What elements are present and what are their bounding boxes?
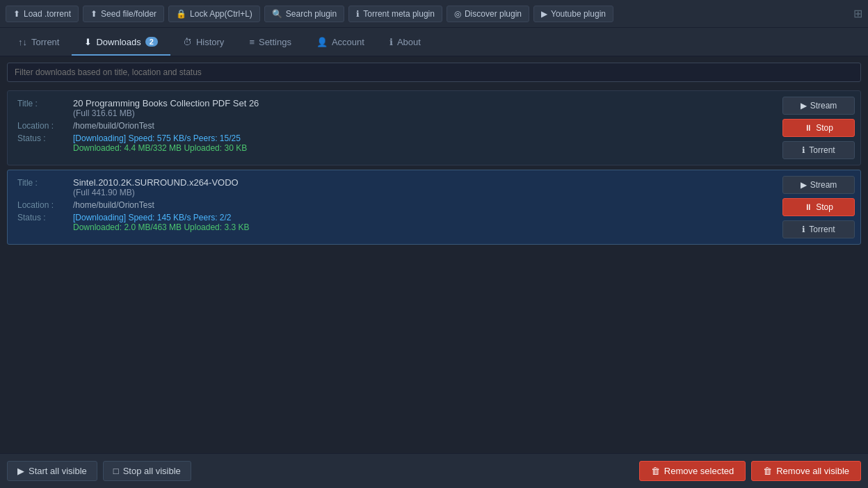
stream-icon-2: ▶ (801, 180, 807, 190)
downloads-tab-icon: ⬇ (84, 37, 92, 47)
upload-icon: ⬆ (13, 9, 20, 19)
history-tab-icon: ⏱ (183, 37, 192, 47)
stop-icon-2: ⏸ (804, 202, 812, 212)
youtube-icon: ▶ (541, 9, 547, 19)
remove-all-icon: 🗑 (763, 466, 772, 476)
stop-all-icon: □ (113, 466, 119, 476)
status-value-1: [Downloading] Speed: 575 KB/s Peers: 15/… (73, 133, 247, 153)
stop-icon-1: ⏸ (804, 123, 812, 133)
tab-downloads[interactable]: ⬇ Downloads 2 (72, 30, 170, 56)
tab-about[interactable]: ℹ About (377, 30, 433, 56)
torrent-icon-1: ℹ (802, 145, 805, 155)
toolbar: ⬆ Load .torrent ⬆ Seed file/folder 🔒 Loc… (0, 0, 868, 28)
title-row-1: Title : 20 Programming Books Collection … (17, 98, 767, 118)
remove-selected-button[interactable]: 🗑 Remove selected (639, 461, 746, 481)
torrent-button-2[interactable]: ℹ Torrent (782, 220, 855, 238)
youtube-plugin-button[interactable]: ▶ Youtube plugin (533, 6, 613, 22)
stream-button-1[interactable]: ▶ Stream (782, 97, 855, 115)
title-row-2: Title : Sintel.2010.2K.SURROUND.x264-VOD… (17, 177, 767, 197)
tab-account[interactable]: 👤 Account (304, 30, 377, 56)
download-info-2: Title : Sintel.2010.2K.SURROUND.x264-VOD… (8, 170, 777, 244)
status-row-2: Status : [Downloading] Speed: 145 KB/s P… (17, 213, 767, 232)
title-label-1: Title : (17, 99, 73, 108)
status-label-2: Status : (17, 213, 73, 222)
search-plugin-button[interactable]: 🔍 Search plugin (264, 6, 344, 22)
location-row-2: Location : /home/build/OrionTest (17, 200, 767, 210)
torrent-meta-button[interactable]: ℹ Torrent meta plugin (348, 6, 442, 22)
title-value-2: Sintel.2010.2K.SURROUND.x264-VODO (Full … (73, 177, 239, 197)
download-item-1: Title : 20 Programming Books Collection … (7, 90, 861, 165)
location-label-1: Location : (17, 121, 73, 131)
torrent-tab-icon: ↑↓ (18, 37, 27, 47)
start-all-visible-button[interactable]: ▶ Start all visible (7, 461, 97, 481)
filter-input[interactable] (7, 63, 861, 82)
start-all-icon: ▶ (17, 466, 24, 476)
lock-app-button[interactable]: 🔒 Lock App(Ctrl+L) (168, 6, 260, 22)
account-tab-icon: 👤 (316, 37, 328, 47)
bottom-bar: ▶ Start all visible □ Stop all visible 🗑… (0, 453, 868, 488)
status-label-1: Status : (17, 133, 73, 143)
stop-all-visible-button[interactable]: □ Stop all visible (103, 461, 191, 481)
seed-file-button[interactable]: ⬆ Seed file/folder (83, 6, 164, 22)
download-item-2: Title : Sintel.2010.2K.SURROUND.x264-VOD… (7, 170, 861, 245)
seed-icon: ⬆ (90, 9, 97, 19)
title-label-2: Title : (17, 178, 73, 188)
tab-history[interactable]: ⏱ History (170, 30, 236, 56)
download-actions-2: ▶ Stream ⏸ Stop ℹ Torrent (777, 170, 860, 244)
resize-icon: ⊞ (853, 7, 862, 20)
download-info-1: Title : 20 Programming Books Collection … (8, 91, 777, 165)
remove-selected-icon: 🗑 (651, 466, 660, 476)
downloads-list: Title : 20 Programming Books Collection … (0, 88, 868, 453)
stop-button-2[interactable]: ⏸ Stop (782, 198, 855, 216)
discover-plugin-button[interactable]: ◎ Discover plugin (447, 6, 529, 22)
remove-all-visible-button[interactable]: 🗑 Remove all visible (751, 461, 861, 481)
stop-button-1[interactable]: ⏸ Stop (782, 119, 855, 137)
torrent-icon-2: ℹ (802, 225, 805, 234)
search-icon: 🔍 (272, 9, 282, 19)
title-value-1: 20 Programming Books Collection PDF Set … (73, 98, 259, 118)
lock-icon: 🔒 (176, 9, 186, 19)
discover-icon: ◎ (454, 9, 461, 19)
location-label-2: Location : (17, 200, 73, 210)
settings-tab-icon: ≡ (249, 37, 255, 47)
nav-tabs: ↑↓ Torrent ⬇ Downloads 2 ⏱ History ≡ Set… (0, 28, 868, 57)
status-value-2: [Downloading] Speed: 145 KB/s Peers: 2/2… (73, 213, 250, 232)
stream-icon-1: ▶ (801, 101, 807, 111)
torrent-button-1[interactable]: ℹ Torrent (782, 141, 855, 159)
status-row-1: Status : [Downloading] Speed: 575 KB/s P… (17, 133, 767, 153)
load-torrent-button[interactable]: ⬆ Load .torrent (6, 6, 79, 22)
tab-torrent[interactable]: ↑↓ Torrent (6, 30, 72, 56)
stream-button-2[interactable]: ▶ Stream (782, 176, 855, 194)
tab-settings[interactable]: ≡ Settings (236, 30, 304, 56)
location-row-1: Location : /home/build/OrionTest (17, 121, 767, 131)
filter-bar (0, 57, 868, 88)
info-icon: ℹ (356, 9, 360, 19)
downloads-badge: 2 (145, 37, 158, 47)
download-actions-1: ▶ Stream ⏸ Stop ℹ Torrent (777, 91, 860, 165)
about-tab-icon: ℹ (389, 37, 393, 47)
